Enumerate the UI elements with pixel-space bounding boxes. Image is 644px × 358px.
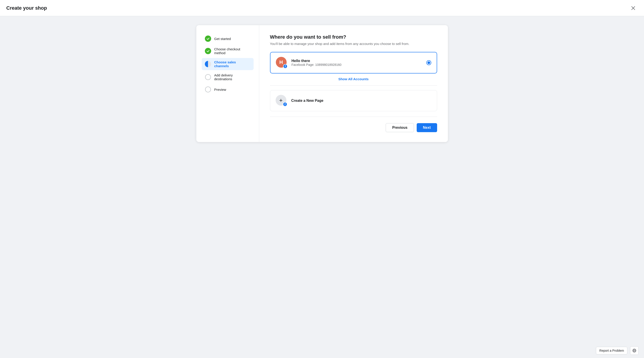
sidebar-item-checkout[interactable]: Choose checkout method	[202, 45, 254, 57]
top-bar: Create your shop	[0, 0, 644, 16]
show-all-accounts-button[interactable]: Show All Accounts	[338, 77, 368, 81]
facebook-icon-2	[284, 103, 286, 106]
divider-2	[270, 117, 437, 117]
plus-icon-wrapper: +	[276, 95, 287, 107]
facebook-badge	[283, 64, 288, 69]
step-icon-sales	[205, 61, 211, 67]
language-button[interactable]	[630, 346, 638, 355]
check-circle-get-started	[205, 36, 211, 42]
section-description: You'll be able to manage your shop and a…	[270, 42, 437, 46]
plus-facebook-badge	[283, 102, 287, 107]
step-icon-get-started	[205, 36, 211, 42]
sidebar-item-label-get-started: Get started	[214, 37, 231, 41]
sidebar-item-label-preview: Preview	[214, 88, 226, 92]
sidebar-item-delivery[interactable]: Add delivery destinations	[202, 71, 254, 83]
sidebar-item-label-checkout: Choose checkout method	[214, 47, 250, 55]
main-panel: Where do you want to sell from? You'll b…	[259, 25, 448, 142]
report-problem-button[interactable]: Report a Problem	[596, 347, 628, 354]
empty-circle-delivery	[205, 74, 211, 80]
sidebar: Get started Choose checkout method Choos…	[196, 25, 259, 142]
half-circle-icon	[205, 61, 211, 67]
main-content: Get started Choose checkout method Choos…	[0, 16, 644, 151]
action-buttons: Previous Next	[270, 123, 437, 132]
checkmark-icon	[206, 37, 210, 41]
sidebar-item-get-started[interactable]: Get started	[202, 33, 254, 44]
account-sub: Facebook Page: 108998018928160	[292, 63, 422, 67]
checkmark-icon-2	[206, 49, 210, 53]
bottom-bar: Report a Problem	[590, 343, 644, 358]
close-icon	[631, 6, 636, 10]
sidebar-item-label-delivery: Add delivery destinations	[214, 73, 250, 81]
account-card[interactable]: H Hello there Facebook Page: 10899801892…	[270, 52, 437, 74]
sidebar-item-label-sales: Choose sales channels	[214, 60, 250, 68]
account-info: Hello there Facebook Page: 1089980189281…	[292, 59, 422, 67]
show-all-accounts-container: Show All Accounts	[270, 77, 437, 81]
facebook-icon	[284, 65, 286, 68]
modal-card: Get started Choose checkout method Choos…	[196, 25, 448, 142]
step-icon-delivery	[205, 74, 211, 80]
globe-icon	[632, 348, 636, 352]
radio-dot	[428, 61, 430, 64]
empty-circle-preview	[205, 87, 211, 92]
next-button[interactable]: Next	[417, 123, 437, 132]
sidebar-item-sales-channels[interactable]: Choose sales channels	[202, 58, 254, 70]
step-icon-preview	[205, 86, 211, 93]
create-new-page-label: Create a New Page	[291, 99, 324, 103]
section-title: Where do you want to sell from?	[270, 34, 437, 40]
radio-button-selected[interactable]	[426, 60, 431, 65]
check-circle-checkout	[205, 48, 211, 54]
account-name: Hello there	[292, 59, 422, 63]
page-title: Create your shop	[6, 5, 47, 11]
close-button[interactable]	[629, 4, 638, 13]
step-icon-checkout	[205, 48, 211, 54]
sidebar-item-preview[interactable]: Preview	[202, 84, 254, 95]
avatar-wrapper: H	[276, 57, 288, 69]
previous-button[interactable]: Previous	[386, 123, 414, 132]
divider-1	[270, 85, 437, 86]
create-new-page-card[interactable]: + Create a New Page	[270, 90, 437, 111]
